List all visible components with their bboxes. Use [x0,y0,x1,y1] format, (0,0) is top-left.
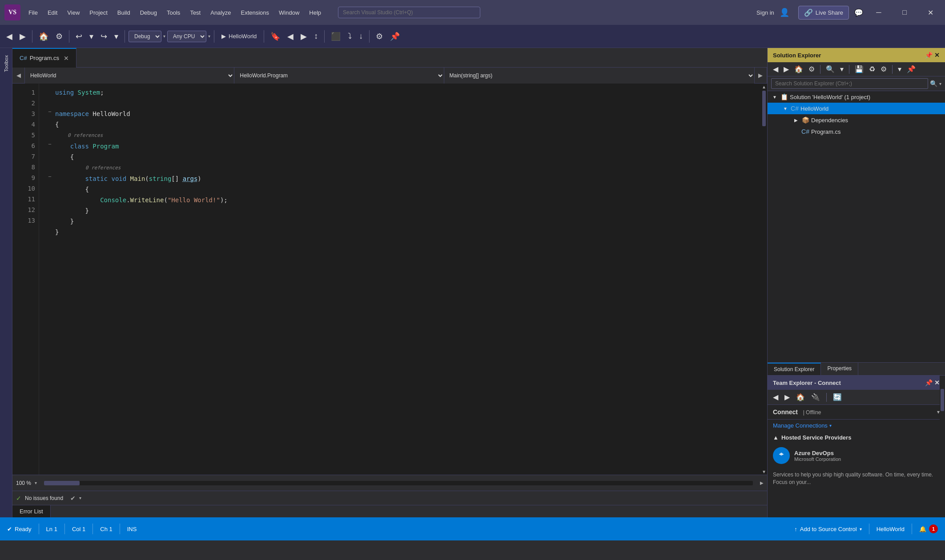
method-select[interactable]: Main(string[] args) [444,68,755,84]
bookmark-icon[interactable]: 🔖 [268,30,283,43]
class-select[interactable]: HelloWorld.Program [234,68,444,84]
live-share-button[interactable]: 🔗 Live Share [798,6,849,20]
se-pin2-btn[interactable]: 📌 [905,64,917,74]
scroll-up-arrow[interactable]: ▲ [762,84,766,89]
nav-scroll-left[interactable]: ◀ [12,68,25,84]
run-button[interactable]: ▶ HelloWorld [218,31,260,41]
home-button[interactable]: 🏠 [36,30,51,43]
menu-project[interactable]: Project [85,8,112,18]
code-area[interactable]: 1 2 3 4 5 6 7 8 9 10 11 12 13 [12,84,767,475]
menu-file[interactable]: File [24,8,42,18]
pin-icon[interactable]: 📌 [387,30,402,43]
col-status[interactable]: Col 1 [65,517,92,540]
git-icon[interactable]: ✔ [70,495,76,502]
sign-in-link[interactable]: Sign in [756,9,774,16]
ln-status[interactable]: Ln 1 [39,517,64,540]
se-filter-btn[interactable]: 🔍 [824,64,836,74]
te-refresh-btn[interactable]: 🔄 [831,392,844,402]
se-search-options[interactable]: ▾ [939,81,941,86]
tree-dependencies[interactable]: ▶ 📦 Dependencies [768,114,945,126]
se-pin-button[interactable]: 📌 [925,52,933,59]
se-prop-btn[interactable]: ⚙ [879,64,889,74]
nav-next-button[interactable]: ▶ [298,30,310,43]
notification-status[interactable]: 🔔 1 [912,524,945,533]
project-expand-arrow[interactable]: ▼ [782,105,789,112]
step-in-icon[interactable]: ↓ [356,30,366,43]
se-sync-btn[interactable]: ⚙ [807,64,816,74]
scrollbar-thumb-v[interactable] [762,91,766,126]
te-home-btn[interactable]: 🏠 [794,392,807,402]
menu-help[interactable]: Help [305,8,326,18]
forward-button[interactable]: ▶ [17,30,28,43]
platform-select[interactable]: Any CPU [167,31,206,42]
se-dropdown-btn[interactable]: ▾ [896,64,903,74]
editor-tab-program[interactable]: C# Program.cs ✕ [12,48,76,68]
menu-view[interactable]: View [63,8,84,18]
menu-tools[interactable]: Tools [162,8,185,18]
solution-expand-arrow[interactable]: ▼ [771,93,778,100]
se-refresh-btn[interactable]: ♻ [867,64,877,74]
undo-dropdown[interactable]: ▾ [87,30,96,43]
debug-config-select[interactable]: Debug [129,31,161,42]
menu-build[interactable]: Build [113,8,135,18]
fold-3[interactable]: ─ [46,108,53,116]
menu-extensions[interactable]: Extensions [236,8,273,18]
menu-analyze[interactable]: Analyze [206,8,235,18]
dep-expand-arrow[interactable]: ▶ [792,116,800,124]
nav-scroll-right[interactable]: ▶ [755,68,767,84]
se-search-input[interactable] [771,78,928,89]
step-over-icon[interactable]: ⤵ [345,30,354,43]
search-input[interactable] [338,7,480,18]
tree-program-cs[interactable]: ▶ C# Program.cs [768,126,945,137]
ins-status[interactable]: INS [120,517,144,540]
source-control-status[interactable]: ↑ Add to Source Control ▾ [787,526,869,532]
code-scrollbar[interactable]: ▲ ▼ [761,84,767,475]
te-close-btn[interactable]: ✕ [934,379,940,386]
restore-button[interactable]: □ [894,4,915,20]
fold-7[interactable]: ─ [46,173,53,180]
menu-debug[interactable]: Debug [136,8,161,18]
zoom-dropdown[interactable]: ▾ [35,480,37,485]
back-button[interactable]: ◀ [4,30,15,43]
te-back-btn[interactable]: ◀ [771,392,780,402]
settings-icon[interactable]: ⚙ [373,30,386,43]
se-save-btn[interactable]: 💾 [853,64,865,74]
namespace-select[interactable]: HelloWorld [25,68,234,84]
azure-devops-item[interactable]: Azure DevOps Microsoft Corporation [768,444,945,468]
code-content[interactable]: using System; ─ namespace HelloWorld [39,84,761,475]
ch-status[interactable]: Ch 1 [93,517,119,540]
se-collapse-btn[interactable]: ▾ [838,64,845,74]
sc-dropdown[interactable]: ▾ [860,527,862,532]
debug-dropdown-icon[interactable]: ▾ [163,34,165,39]
scroll-down-arrow[interactable]: ▼ [762,469,766,474]
se-close-button[interactable]: ✕ [934,52,940,59]
panel-tab-props[interactable]: Properties [821,363,858,375]
redo-button[interactable]: ↪ [98,30,110,43]
se-search-icon[interactable]: 🔍 [930,80,937,87]
platform-dropdown-icon[interactable]: ▾ [208,34,210,39]
fold-5[interactable]: ─ [46,141,53,148]
se-forward-btn[interactable]: ▶ [782,64,791,74]
account-icon[interactable]: 👤 [780,8,789,17]
te-plug-btn[interactable]: 🔌 [809,392,822,402]
h-scroll-thumb[interactable] [44,481,80,485]
project-status[interactable]: HelloWorld [869,526,912,532]
panel-tab-se[interactable]: Solution Explorer [768,363,821,375]
te-forward-btn[interactable]: ▶ [783,392,792,402]
tree-project[interactable]: ▼ C# HelloWorld [768,103,945,114]
horizontal-scrollbar[interactable] [44,481,753,485]
tab-close-button[interactable]: ✕ [64,55,69,62]
undo-button[interactable]: ↩ [73,30,85,43]
se-home-btn[interactable]: 🏠 [792,64,805,74]
menu-window[interactable]: Window [274,8,304,18]
tree-solution[interactable]: ▼ 📋 Solution 'HelloWorld' (1 project) [768,91,945,103]
minimize-button[interactable]: ─ [869,4,889,20]
toolbox-tab[interactable]: Toolbox [2,52,11,76]
se-back-btn[interactable]: ◀ [771,64,780,74]
te-scroll-thumb[interactable] [941,389,944,411]
error-list-tab[interactable]: Error List [12,505,51,517]
scroll-end-btn[interactable]: ▶ [760,480,764,485]
nav-history-button[interactable]: ↕ [311,30,321,43]
te-scrollbar[interactable] [940,376,945,517]
menu-test[interactable]: Test [185,8,205,18]
